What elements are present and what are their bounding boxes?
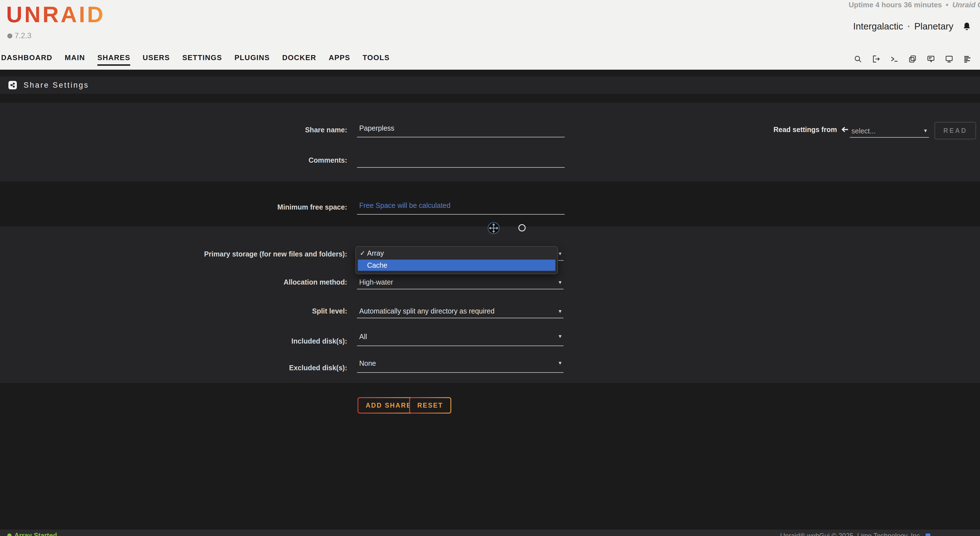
nav-item-users[interactable]: USERS bbox=[143, 53, 170, 64]
min-free-space-label: Minimum free space: bbox=[179, 203, 347, 211]
version-dot-icon bbox=[7, 34, 12, 38]
uptime-text: Uptime 4 hours 36 minutes bbox=[849, 0, 942, 9]
reset-button[interactable]: RESET bbox=[409, 397, 451, 413]
chevron-down-icon bbox=[558, 334, 562, 339]
dropdown-option-array[interactable]: Array bbox=[356, 247, 557, 260]
array-status[interactable]: Array Started bbox=[7, 531, 57, 536]
sign-out-icon[interactable] bbox=[872, 55, 880, 63]
chevron-down-icon bbox=[558, 280, 562, 286]
nav-utility-icons bbox=[854, 54, 980, 64]
chevron-down-icon bbox=[558, 251, 562, 257]
page-title: Share Settings bbox=[24, 81, 89, 89]
dropdown-option-cache[interactable]: Cache bbox=[358, 260, 555, 271]
nav-item-shares[interactable]: SHARES bbox=[97, 53, 130, 66]
split-level-select[interactable]: Automatically split any directory as req… bbox=[357, 306, 563, 318]
split-level-value: Automatically split any directory as req… bbox=[359, 307, 495, 315]
footer: Array Started Unraid® webGui © 2025, Lim… bbox=[0, 530, 980, 536]
check-icon bbox=[360, 249, 367, 257]
server-line: Intergalactic Planetary bbox=[853, 21, 980, 32]
share-settings-page: Share Settings Share name: Read settings… bbox=[0, 70, 980, 536]
server-description: Planetary bbox=[914, 21, 953, 32]
log-icon[interactable] bbox=[963, 55, 972, 63]
copy-icon[interactable] bbox=[908, 55, 917, 63]
uptime-line: Uptime 4 hours 36 minutesUnraid OS Star bbox=[849, 0, 980, 9]
move-cursor-icon bbox=[487, 222, 500, 234]
terminal-icon[interactable] bbox=[890, 55, 899, 63]
unraid-logo[interactable]: UNRAID bbox=[6, 2, 105, 27]
nav-item-plugins[interactable]: PLUGINS bbox=[234, 53, 270, 64]
arrow-left-icon bbox=[841, 125, 849, 134]
primary-storage-dropdown: Array Cache bbox=[355, 246, 558, 274]
share-name-input[interactable] bbox=[357, 124, 565, 137]
click-ring-icon bbox=[519, 224, 526, 231]
header: UNRAID 7.2.3 Uptime 4 hours 36 minutesUn… bbox=[0, 0, 980, 70]
chevron-down-icon bbox=[558, 309, 562, 314]
main-nav: DASHBOARD MAIN SHARES USERS SETTINGS PLU… bbox=[1, 53, 390, 66]
included-disks-label: Included disk(s): bbox=[179, 337, 347, 345]
comments-input[interactable] bbox=[357, 155, 565, 168]
allocation-method-label: Allocation method: bbox=[179, 278, 347, 286]
array-status-label: Array Started bbox=[14, 531, 57, 536]
allocation-method-value: High-water bbox=[359, 278, 393, 286]
excluded-disks-select[interactable]: None bbox=[357, 359, 563, 373]
read-settings-label: Read settings from bbox=[773, 125, 849, 134]
share-name-label: Share name: bbox=[179, 126, 347, 134]
feedback-icon[interactable] bbox=[927, 55, 935, 63]
nav-item-settings[interactable]: SETTINGS bbox=[182, 53, 222, 64]
footer-logo-icon bbox=[926, 533, 930, 536]
allocation-method-select[interactable]: High-water bbox=[357, 278, 563, 289]
footer-copyright: Unraid® webGui © 2025, Lime Technology, … bbox=[780, 532, 930, 536]
version-label: 7.2.3 bbox=[14, 32, 32, 40]
nav-item-main[interactable]: MAIN bbox=[65, 53, 85, 64]
share-icon[interactable] bbox=[8, 81, 17, 89]
nav-item-docker[interactable]: DOCKER bbox=[282, 53, 316, 64]
os-label: Unraid OS Star bbox=[952, 0, 980, 9]
server-name: Intergalactic bbox=[853, 21, 903, 32]
primary-storage-label: Primary storage (for new files and folde… bbox=[179, 250, 347, 258]
nav-item-dashboard[interactable]: DASHBOARD bbox=[1, 53, 52, 64]
bell-icon[interactable] bbox=[962, 21, 972, 32]
unraid-webgui: UNRAID 7.2.3 Uptime 4 hours 36 minutesUn… bbox=[0, 0, 980, 536]
chevron-down-icon bbox=[923, 128, 928, 134]
search-icon[interactable] bbox=[854, 55, 862, 63]
read-settings-select[interactable]: select... bbox=[850, 126, 929, 138]
read-button[interactable]: READ bbox=[934, 122, 976, 139]
page-title-bar: Share Settings bbox=[0, 77, 980, 94]
section-band-top bbox=[0, 103, 980, 182]
split-level-label: Split level: bbox=[179, 307, 347, 315]
dot-separator bbox=[908, 23, 910, 30]
included-disks-value: All bbox=[359, 333, 367, 341]
comments-label: Comments: bbox=[179, 156, 347, 164]
version-badge: 7.2.3 bbox=[7, 32, 32, 40]
min-free-space-input[interactable] bbox=[357, 201, 565, 215]
display-icon[interactable] bbox=[945, 55, 953, 63]
chevron-down-icon bbox=[558, 361, 562, 366]
read-settings-select-value: select... bbox=[851, 127, 876, 135]
excluded-disks-label: Excluded disk(s): bbox=[179, 364, 347, 372]
status-dot-icon bbox=[7, 533, 11, 536]
dot-separator bbox=[946, 0, 948, 9]
nav-item-apps[interactable]: APPS bbox=[329, 53, 350, 64]
included-disks-select[interactable]: All bbox=[357, 332, 563, 346]
nav-item-tools[interactable]: TOOLS bbox=[363, 53, 390, 64]
excluded-disks-value: None bbox=[359, 359, 376, 367]
